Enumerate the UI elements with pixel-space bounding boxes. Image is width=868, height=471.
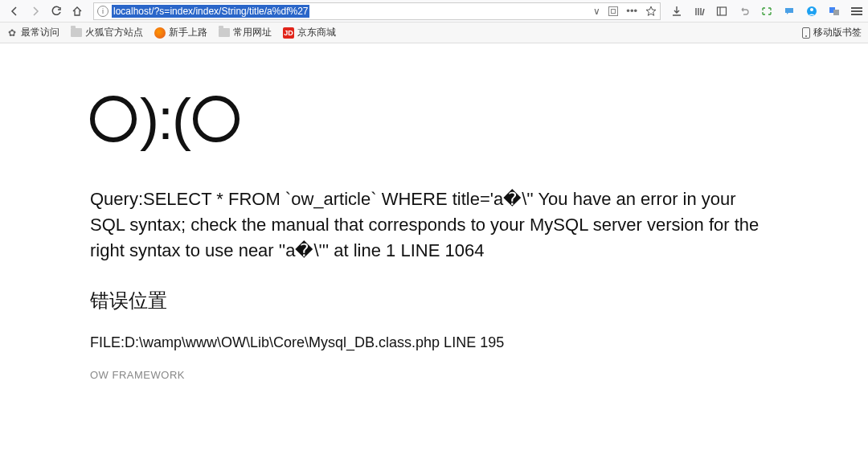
bookmark-label: 火狐官方站点 [85,26,143,39]
face-symbols: ):( [140,90,190,148]
bookmark-most-visited[interactable]: ✿ 最常访问 [6,26,59,39]
reload-button[interactable] [50,5,63,18]
bookmark-newbie[interactable]: 新手上路 [154,26,207,39]
qr-icon[interactable] [608,6,618,16]
bookmark-star-icon[interactable] [645,6,657,17]
bookmark-mobile[interactable]: 移动版书签 [802,26,862,39]
bookmark-label: 京东商城 [297,26,336,39]
gear-icon: ✿ [6,27,18,39]
error-location-title: 错误位置 [90,288,773,313]
info-icon[interactable]: i [97,6,108,17]
svg-rect-5 [833,10,839,15]
urlbar-right-icons: ∨ ••• [593,5,657,17]
svg-rect-0 [718,7,727,15]
sidebar-icon[interactable] [715,5,728,18]
forward-button[interactable] [29,5,42,18]
bookmark-label: 常用网址 [233,26,272,39]
bookmark-jd[interactable]: JD 京东商城 [283,26,336,39]
chat-icon[interactable] [783,5,796,18]
error-face: ):( [90,90,773,148]
nav-buttons [8,5,84,18]
firefox-icon [154,27,166,39]
url-text: localhost/?s=index/index/String/title/a%… [112,5,309,18]
browser-toolbar: i localhost/?s=index/index/String/title/… [0,0,868,23]
framework-label: OW FRAMEWORK [90,369,773,381]
bookmark-label: 最常访问 [21,26,59,39]
menu-icon[interactable] [850,5,863,18]
toolbar-right [670,5,863,18]
folder-icon [219,27,230,39]
home-button[interactable] [71,5,84,18]
page-action-dots[interactable]: ••• [626,5,637,17]
jd-icon: JD [283,27,294,39]
screenshot-icon[interactable] [760,5,773,18]
library-icon[interactable] [693,5,706,18]
error-file-line: FILE:D:\wamp\www\OW\Lib\Core\Mysql_DB.cl… [90,334,773,351]
face-ring-left [90,96,137,142]
downloads-icon[interactable] [670,5,683,18]
bookmark-firefox-official[interactable]: 火狐官方站点 [71,26,143,39]
bookmark-label: 移动版书签 [813,26,862,39]
translate-icon[interactable] [828,5,841,18]
back-button[interactable] [8,5,21,18]
reader-mode-icon[interactable]: ∨ [593,6,600,17]
folder-icon [71,27,82,39]
bookmark-common-sites[interactable]: 常用网址 [219,26,272,39]
mobile-icon [802,27,810,39]
bookmarks-bar: ✿ 最常访问 火狐官方站点 新手上路 常用网址 JD 京东商城 移动版书签 [0,23,868,43]
sql-error-message: Query:SELECT * FROM `ow_article` WHERE t… [90,186,773,264]
page-content: ):( Query:SELECT * FROM `ow_article` WHE… [0,90,868,381]
url-bar[interactable]: i localhost/?s=index/index/String/title/… [93,2,661,20]
undo-icon[interactable] [738,5,751,18]
face-ring-right [193,96,240,142]
svg-point-3 [810,8,813,11]
firefox-account-icon[interactable] [805,5,818,18]
bookmark-label: 新手上路 [169,26,207,39]
